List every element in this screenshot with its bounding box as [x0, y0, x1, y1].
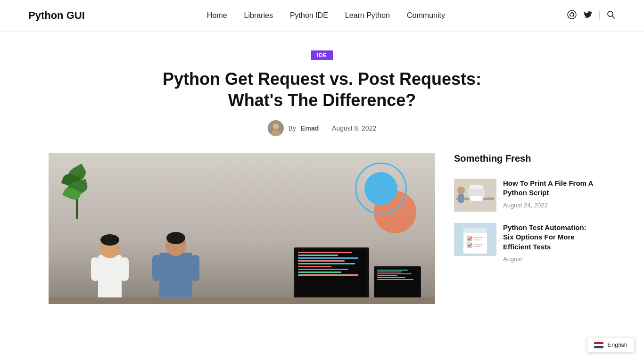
- thumb-test-image: [454, 223, 496, 256]
- thumb-print-image: [454, 179, 496, 212]
- nav-community[interactable]: Community: [407, 11, 445, 20]
- svg-rect-9: [91, 257, 99, 281]
- article-meta: By Emad – August 8, 2022: [133, 120, 511, 136]
- nav-learn-python[interactable]: Learn Python: [345, 11, 390, 20]
- meta-separator: –: [323, 124, 327, 132]
- svg-point-13: [166, 232, 185, 244]
- svg-rect-10: [120, 257, 129, 281]
- person2-silhouette: [152, 217, 199, 304]
- github-icon[interactable]: [567, 10, 577, 22]
- sidebar-card-date-1: August 24, 2022: [503, 202, 548, 209]
- svg-point-8: [100, 234, 119, 246]
- page-content: IDE Python Get Request vs. Post Requests…: [30, 32, 614, 323]
- svg-rect-19: [470, 185, 483, 189]
- site-header: Python GUI Home Libraries Python IDE Lea…: [0, 0, 644, 32]
- nav-divider: [599, 11, 600, 20]
- svg-point-1: [608, 11, 613, 16]
- svg-rect-30: [474, 239, 481, 240]
- nav-home[interactable]: Home: [207, 11, 227, 20]
- twitter-icon[interactable]: [583, 10, 593, 22]
- sidebar-card-date-2: August: [503, 255, 522, 263]
- svg-point-4: [273, 123, 279, 129]
- large-monitor: [294, 247, 369, 304]
- sidebar-title: Something Fresh: [454, 153, 595, 164]
- sidebar-thumb-1: [454, 179, 496, 212]
- two-col-layout: Something Fresh: [49, 153, 595, 304]
- person1-silhouette: [91, 222, 129, 304]
- search-icon[interactable]: [606, 10, 616, 22]
- main-nav: Home Libraries Python IDE Learn Python C…: [207, 11, 445, 20]
- plant-decoration: [63, 163, 91, 219]
- svg-point-21: [457, 187, 465, 194]
- avatar: [268, 120, 284, 136]
- desk-surface: [49, 297, 435, 304]
- svg-point-0: [568, 10, 576, 19]
- sidebar: Something Fresh: [454, 153, 595, 274]
- featured-image: [49, 153, 435, 304]
- desk-monitors: [294, 247, 421, 304]
- svg-rect-32: [474, 246, 481, 247]
- author-by: By: [289, 124, 296, 132]
- sidebar-card-info-2: Python Test Automation: Six Options For …: [503, 223, 595, 263]
- svg-rect-23: [471, 196, 482, 201]
- article-date: August 8, 2022: [332, 124, 376, 132]
- main-article-col: [49, 153, 435, 304]
- svg-rect-14: [152, 255, 161, 281]
- svg-rect-31: [474, 244, 483, 245]
- article-header: IDE Python Get Request vs. Post Requests…: [133, 50, 511, 136]
- decorative-circle: [364, 172, 397, 205]
- sidebar-card-title-2[interactable]: Python Test Automation: Six Options For …: [503, 223, 595, 252]
- svg-rect-11: [159, 253, 192, 302]
- category-badge[interactable]: IDE: [311, 50, 332, 60]
- nav-libraries[interactable]: Libraries: [244, 11, 273, 20]
- sidebar-card-title-1[interactable]: How To Print A File From A Python Script: [503, 179, 595, 198]
- article-title: Python Get Request vs. Post Requests: Wh…: [133, 68, 511, 111]
- featured-image-inner: [49, 153, 435, 304]
- svg-rect-6: [98, 255, 122, 302]
- sidebar-divider: [454, 169, 595, 169]
- sidebar-thumb-2: [454, 223, 496, 256]
- nav-python-ide[interactable]: Python IDE: [290, 11, 328, 20]
- svg-rect-29: [474, 237, 483, 238]
- svg-line-2: [612, 16, 615, 18]
- site-logo[interactable]: Python GUI: [28, 9, 85, 22]
- sidebar-card-1: How To Print A File From A Python Script…: [454, 179, 595, 212]
- svg-rect-15: [191, 255, 199, 281]
- svg-rect-22: [458, 194, 464, 203]
- svg-rect-26: [463, 228, 487, 233]
- author-name[interactable]: Emad: [301, 124, 319, 132]
- sidebar-card-info-1: How To Print A File From A Python Script…: [503, 179, 595, 209]
- sidebar-card-2: Python Test Automation: Six Options For …: [454, 223, 595, 263]
- header-icons: [567, 10, 616, 22]
